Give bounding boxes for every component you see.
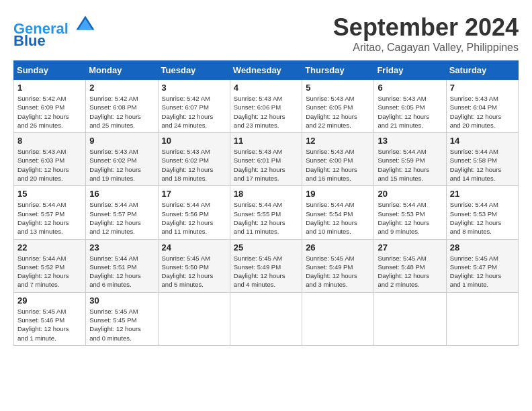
day-number: 1 (17, 83, 82, 93)
table-row: 16Sunrise: 5:44 AM Sunset: 5:57 PM Dayli… (86, 186, 158, 239)
day-info: Sunrise: 5:43 AM Sunset: 6:00 PM Dayligh… (306, 147, 370, 183)
header-monday: Monday (86, 61, 158, 80)
table-row (158, 292, 230, 345)
table-row: 7Sunrise: 5:43 AM Sunset: 6:04 PM Daylig… (446, 80, 518, 133)
day-number: 12 (306, 136, 370, 146)
table-row: 8Sunrise: 5:43 AM Sunset: 6:03 PM Daylig… (14, 133, 86, 186)
day-number: 14 (450, 136, 515, 146)
table-row: 12Sunrise: 5:43 AM Sunset: 6:00 PM Dayli… (302, 133, 374, 186)
calendar-table: Sunday Monday Tuesday Wednesday Thursday… (13, 60, 519, 346)
day-number: 15 (17, 189, 82, 199)
table-row: 15Sunrise: 5:44 AM Sunset: 5:57 PM Dayli… (14, 186, 86, 239)
table-row: 20Sunrise: 5:44 AM Sunset: 5:53 PM Dayli… (374, 186, 446, 239)
day-number: 10 (162, 136, 226, 146)
table-row: 27Sunrise: 5:45 AM Sunset: 5:48 PM Dayli… (374, 239, 446, 292)
day-info: Sunrise: 5:43 AM Sunset: 6:06 PM Dayligh… (234, 94, 298, 130)
table-row: 11Sunrise: 5:43 AM Sunset: 6:01 PM Dayli… (230, 133, 302, 186)
day-info: Sunrise: 5:44 AM Sunset: 5:52 PM Dayligh… (17, 254, 82, 289)
day-info: Sunrise: 5:43 AM Sunset: 6:01 PM Dayligh… (234, 147, 298, 183)
header-tuesday: Tuesday (158, 61, 230, 80)
day-number: 24 (162, 242, 226, 253)
table-row: 29Sunrise: 5:45 AM Sunset: 5:46 PM Dayli… (14, 292, 86, 345)
day-info: Sunrise: 5:43 AM Sunset: 6:02 PM Dayligh… (89, 147, 154, 183)
table-row: 5Sunrise: 5:43 AM Sunset: 6:05 PM Daylig… (302, 80, 374, 133)
header-thursday: Thursday (302, 61, 374, 80)
table-row: 25Sunrise: 5:45 AM Sunset: 5:49 PM Dayli… (230, 239, 302, 292)
table-row: 24Sunrise: 5:45 AM Sunset: 5:50 PM Dayli… (158, 239, 230, 292)
day-number: 13 (378, 136, 442, 146)
header-friday: Friday (374, 61, 446, 80)
table-row (230, 292, 302, 345)
day-number: 28 (450, 242, 515, 253)
table-row: 9Sunrise: 5:43 AM Sunset: 6:02 PM Daylig… (86, 133, 158, 186)
day-info: Sunrise: 5:42 AM Sunset: 6:09 PM Dayligh… (17, 94, 82, 130)
table-row (302, 292, 374, 345)
table-row: 19Sunrise: 5:44 AM Sunset: 5:54 PM Dayli… (302, 186, 374, 239)
day-info: Sunrise: 5:44 AM Sunset: 5:54 PM Dayligh… (306, 200, 370, 236)
location-subtitle: Aritao, Cagayan Valley, Philippines (333, 42, 519, 54)
day-number: 11 (234, 136, 298, 146)
day-info: Sunrise: 5:45 AM Sunset: 5:50 PM Dayligh… (162, 254, 226, 289)
day-info: Sunrise: 5:44 AM Sunset: 5:56 PM Dayligh… (162, 200, 226, 236)
day-number: 16 (89, 189, 154, 199)
table-row: 21Sunrise: 5:44 AM Sunset: 5:53 PM Dayli… (446, 186, 518, 239)
table-row: 26Sunrise: 5:45 AM Sunset: 5:49 PM Dayli… (302, 239, 374, 292)
title-block: September 2024 Aritao, Cagayan Valley, P… (333, 13, 519, 54)
table-row (446, 292, 518, 345)
day-info: Sunrise: 5:44 AM Sunset: 5:51 PM Dayligh… (89, 254, 154, 289)
day-number: 19 (306, 189, 370, 199)
table-row (374, 292, 446, 345)
day-info: Sunrise: 5:44 AM Sunset: 5:59 PM Dayligh… (378, 147, 442, 183)
day-info: Sunrise: 5:43 AM Sunset: 6:04 PM Dayligh… (450, 94, 515, 130)
day-number: 6 (378, 83, 442, 93)
day-number: 27 (378, 242, 442, 253)
day-info: Sunrise: 5:43 AM Sunset: 6:05 PM Dayligh… (378, 94, 442, 130)
header-row: Sunday Monday Tuesday Wednesday Thursday… (14, 61, 519, 80)
day-info: Sunrise: 5:45 AM Sunset: 5:46 PM Dayligh… (17, 307, 82, 342)
header-wednesday: Wednesday (230, 61, 302, 80)
table-row: 13Sunrise: 5:44 AM Sunset: 5:59 PM Dayli… (374, 133, 446, 186)
table-row: 6Sunrise: 5:43 AM Sunset: 6:05 PM Daylig… (374, 80, 446, 133)
day-info: Sunrise: 5:43 AM Sunset: 6:03 PM Dayligh… (17, 147, 82, 183)
day-info: Sunrise: 5:44 AM Sunset: 5:58 PM Dayligh… (450, 147, 515, 183)
day-info: Sunrise: 5:45 AM Sunset: 5:45 PM Dayligh… (89, 307, 154, 342)
day-info: Sunrise: 5:45 AM Sunset: 5:49 PM Dayligh… (306, 254, 370, 289)
day-number: 7 (450, 83, 515, 93)
table-row: 1Sunrise: 5:42 AM Sunset: 6:09 PM Daylig… (14, 80, 86, 133)
day-number: 17 (162, 189, 226, 199)
day-info: Sunrise: 5:43 AM Sunset: 6:05 PM Dayligh… (306, 94, 370, 130)
header-saturday: Saturday (446, 61, 518, 80)
day-number: 25 (234, 242, 298, 253)
header-sunday: Sunday (14, 61, 86, 80)
day-number: 26 (306, 242, 370, 253)
day-number: 9 (89, 136, 154, 146)
month-title: September 2024 (333, 13, 519, 42)
table-row: 23Sunrise: 5:44 AM Sunset: 5:51 PM Dayli… (86, 239, 158, 292)
day-number: 29 (17, 295, 82, 306)
day-info: Sunrise: 5:44 AM Sunset: 5:57 PM Dayligh… (89, 200, 154, 236)
table-row: 3Sunrise: 5:42 AM Sunset: 6:07 PM Daylig… (158, 80, 230, 133)
table-row: 22Sunrise: 5:44 AM Sunset: 5:52 PM Dayli… (14, 239, 86, 292)
day-info: Sunrise: 5:42 AM Sunset: 6:08 PM Dayligh… (89, 94, 154, 130)
day-number: 23 (89, 242, 154, 253)
day-info: Sunrise: 5:45 AM Sunset: 5:49 PM Dayligh… (234, 254, 298, 289)
table-row: 10Sunrise: 5:43 AM Sunset: 6:02 PM Dayli… (158, 133, 230, 186)
day-info: Sunrise: 5:44 AM Sunset: 5:53 PM Dayligh… (378, 200, 442, 236)
day-info: Sunrise: 5:45 AM Sunset: 5:48 PM Dayligh… (378, 254, 442, 289)
table-row: 30Sunrise: 5:45 AM Sunset: 5:45 PM Dayli… (86, 292, 158, 345)
day-info: Sunrise: 5:42 AM Sunset: 6:07 PM Dayligh… (162, 94, 226, 130)
table-row: 4Sunrise: 5:43 AM Sunset: 6:06 PM Daylig… (230, 80, 302, 133)
table-row: 2Sunrise: 5:42 AM Sunset: 6:08 PM Daylig… (86, 80, 158, 133)
day-info: Sunrise: 5:44 AM Sunset: 5:57 PM Dayligh… (17, 200, 82, 236)
page-header: General Blue September 2024 Aritao, Caga… (13, 13, 519, 54)
day-number: 8 (17, 136, 82, 146)
table-row: 28Sunrise: 5:45 AM Sunset: 5:47 PM Dayli… (446, 239, 518, 292)
day-number: 20 (378, 189, 442, 199)
day-number: 5 (306, 83, 370, 93)
logo: General Blue (13, 13, 95, 50)
day-number: 3 (162, 83, 226, 93)
table-row: 17Sunrise: 5:44 AM Sunset: 5:56 PM Dayli… (158, 186, 230, 239)
day-number: 4 (234, 83, 298, 93)
day-number: 30 (89, 295, 154, 306)
day-info: Sunrise: 5:44 AM Sunset: 5:55 PM Dayligh… (234, 200, 298, 236)
